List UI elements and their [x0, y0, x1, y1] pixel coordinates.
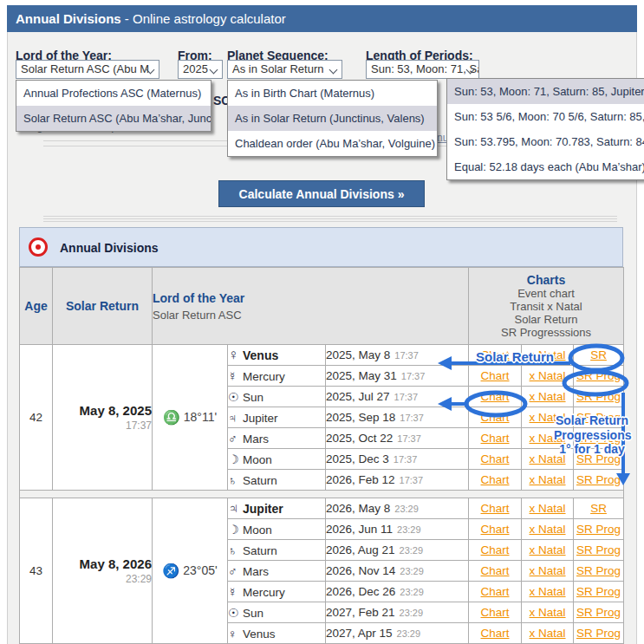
srprog-link[interactable]: SR Prog — [576, 564, 621, 577]
planet-cell: ☽Moon — [228, 519, 326, 540]
solar-return-header: Solar Return — [53, 268, 153, 345]
planet-name: Moon — [243, 453, 272, 466]
period-date: 2026, Jun 11 — [326, 523, 393, 536]
srprog-link[interactable]: SR — [590, 502, 607, 515]
dropdown-option-length-4[interactable]: Equal: 52.18 days each (Abu Ma’shar) — [447, 154, 644, 179]
chart-link[interactable]: Chart — [481, 564, 510, 577]
chart-link[interactable]: Chart — [481, 390, 510, 403]
chart-link[interactable]: Chart — [481, 606, 510, 619]
planet-sequence-value: As in Solar Return — [232, 62, 324, 75]
chart-link-cell: SR Prog — [574, 602, 624, 623]
xnatal-link[interactable]: x Natal — [530, 627, 566, 640]
chart-link-cell: Chart — [469, 366, 522, 387]
xnatal-link[interactable]: x Natal — [530, 411, 566, 424]
planet-cell: ☿Mercury — [228, 366, 326, 387]
srprog-link[interactable]: SR Prog — [576, 627, 621, 640]
calculate-annual-divisions-button[interactable]: Calculate Annual Divisions » — [218, 180, 425, 207]
srprog-link[interactable]: SR Prog — [576, 523, 621, 536]
period-date-cell: 2025, Dec 317:37 — [326, 449, 469, 470]
period-date-cell: 2025, May 817:37 — [326, 345, 469, 366]
period-time: 23:29 — [400, 608, 424, 618]
srprog-link[interactable]: SR — [590, 348, 607, 361]
xnatal-link[interactable]: x Natal — [530, 473, 566, 486]
xnatal-link[interactable]: x Natal — [530, 543, 566, 556]
period-date: 2026, Nov 14 — [326, 564, 395, 577]
chart-link-cell: Chart — [469, 407, 522, 428]
length-of-periods-select[interactable]: Sun: 53, Moon: 71, Satu — [366, 60, 479, 79]
chart-link[interactable]: Chart — [481, 543, 510, 556]
srprog-link[interactable]: SR Prog — [576, 432, 621, 445]
chart-link-cell: Chart — [469, 582, 522, 602]
chart-link-cell: SR Prog — [574, 561, 624, 582]
dropdown-option-solar-return-asc[interactable]: Solar Return ASC (Abu Ma’shar, Junc — [16, 106, 211, 131]
from-year-select[interactable]: 2025 — [178, 60, 223, 79]
period-time: 17:37 — [397, 433, 421, 444]
lord-of-year-select[interactable]: Solar Return ASC (Abu M — [16, 60, 159, 79]
planet-name: Mars — [243, 565, 269, 578]
period-date: 2025, Jul 27 — [326, 390, 390, 403]
srprog-link[interactable]: SR Prog — [576, 390, 621, 403]
planet-name: Mercury — [243, 586, 285, 599]
period-date-cell: 2025, Jul 2717:37 — [326, 387, 469, 407]
period-date: 2026, Dec 26 — [326, 585, 395, 598]
chart-link-cell: SR Prog — [574, 387, 624, 407]
chart-link-cell: x Natal — [522, 428, 574, 449]
planet-sequence-select[interactable]: As in Solar Return — [227, 60, 342, 79]
planet-row: 42May 8, 202517:37♎18°11'♀Venus2025, May… — [20, 345, 624, 366]
planet-name: Saturn — [243, 544, 277, 557]
chart-link[interactable]: Chart — [481, 473, 510, 486]
period-date: 2027, Apr 15 — [326, 627, 393, 640]
period-date: 2025, Sep 18 — [326, 411, 395, 424]
xnatal-link[interactable]: x Natal — [530, 390, 566, 403]
xnatal-link[interactable]: x Natal — [530, 585, 566, 598]
moon-icon: ☽ — [228, 523, 243, 537]
period-date-cell: 2026, Aug 2123:29 — [326, 540, 469, 561]
libra-icon: ♎ — [163, 410, 180, 425]
sun-icon: ☉ — [228, 390, 243, 404]
xnatal-link[interactable]: x Natal — [530, 432, 566, 445]
sign-degree: 23°05' — [183, 563, 217, 577]
dropdown-option-birth-chart[interactable]: As in Birth Chart (Maternus) — [228, 81, 437, 106]
dropdown-option-solar-return[interactable]: As in Solar Return (Junctinus, Valens) — [228, 106, 437, 131]
planet-name: Moon — [243, 524, 272, 537]
dropdown-option-length-3[interactable]: Sun: 53.795, Moon: 70.783, Saturn: 84. — [447, 129, 644, 154]
srprog-link[interactable]: SR Prog — [576, 369, 621, 382]
length-of-periods-dropdown: Sun: 53, Moon: 71, Saturn: 85, Jupiter: … — [446, 78, 644, 180]
chart-link-cell: x Natal — [522, 623, 574, 644]
chart-link[interactable]: Chart — [481, 411, 510, 424]
dropdown-option-length-1[interactable]: Sun: 53, Moon: 71, Saturn: 85, Jupiter: — [447, 79, 644, 104]
srprog-link[interactable]: SR Prog — [576, 411, 621, 424]
chart-link[interactable]: Chart — [481, 432, 510, 445]
venus-icon: ♀ — [228, 347, 243, 364]
period-date: 2025, May 8 — [326, 348, 390, 361]
xnatal-link[interactable]: x Natal — [530, 606, 566, 619]
chart-link[interactable]: Chart — [481, 502, 510, 515]
chart-link-cell: x Natal — [522, 602, 574, 623]
srprog-link[interactable]: SR Prog — [576, 585, 621, 598]
separator-line — [43, 216, 617, 223]
srprog-link[interactable]: SR Prog — [576, 543, 621, 556]
xnatal-link[interactable]: x Natal — [530, 564, 566, 577]
chart-link[interactable]: Chart — [481, 348, 510, 361]
xnatal-link[interactable]: x Natal — [530, 369, 566, 382]
chart-link[interactable]: Chart — [481, 627, 510, 640]
group-separator — [20, 491, 624, 498]
srprog-link[interactable]: SR Prog — [576, 473, 621, 486]
dropdown-option-annual-profections[interactable]: Annual Profections ASC (Maternus) — [16, 81, 211, 106]
dropdown-option-length-2[interactable]: Sun: 53 5/6, Moon: 70 5/6, Saturn: 85, — [447, 104, 644, 129]
lord-sign-cell: ♐23°05' — [153, 498, 228, 644]
chart-link[interactable]: Chart — [481, 369, 510, 382]
sun-icon: ☉ — [228, 606, 243, 620]
dropdown-option-chaldean[interactable]: Chaldean order (Abu Ma’shar, Volguine) — [228, 131, 437, 156]
chart-link[interactable]: Chart — [481, 585, 510, 598]
xnatal-link[interactable]: x Natal — [530, 523, 566, 536]
chart-link-cell: Chart — [469, 470, 522, 491]
chart-link[interactable]: Chart — [481, 523, 510, 536]
chart-link[interactable]: Chart — [481, 452, 510, 465]
length-of-periods-value: Sun: 53, Moon: 71, Satu — [371, 62, 479, 75]
srprog-link[interactable]: SR Prog — [576, 606, 621, 619]
xnatal-link[interactable]: x Natal — [530, 502, 566, 515]
xnatal-link[interactable]: x Natal — [530, 452, 566, 465]
srprog-link[interactable]: SR Prog — [576, 452, 621, 465]
xnatal-link[interactable]: x Natal — [530, 348, 566, 361]
